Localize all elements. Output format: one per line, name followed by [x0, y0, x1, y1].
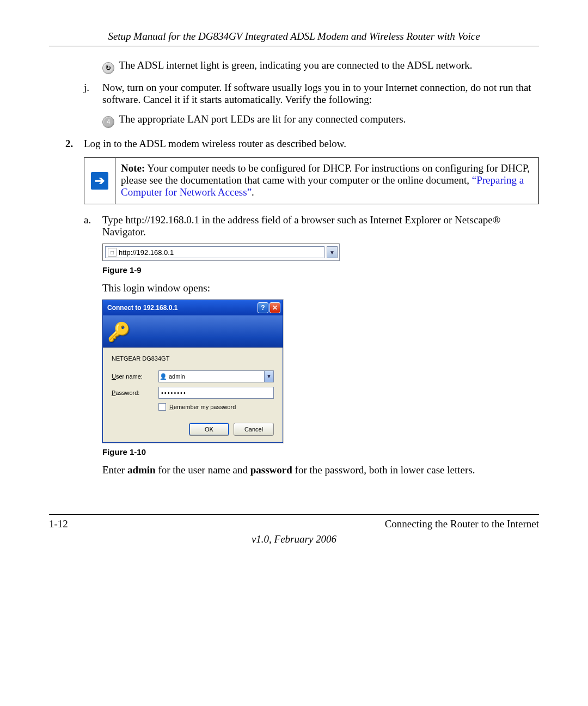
chevron-down-icon: ▼: [329, 249, 335, 255]
lan-led-text: The appropriate LAN port LEDs are lit fo…: [119, 113, 406, 125]
remember-checkbox[interactable]: [158, 403, 166, 411]
step-2-text: Log in to the ADSL modem wireless router…: [84, 138, 346, 150]
note-body: Note: Your computer needs to be configur…: [115, 158, 538, 204]
note-box: ➔ Note: Your computer needs to be config…: [84, 157, 539, 204]
username-combo[interactable]: 👤 admin ▼: [158, 370, 274, 382]
address-bar[interactable]: □ http://192.168.0.1 ▼: [102, 244, 340, 261]
address-inner: □ http://192.168.0.1: [105, 246, 324, 258]
note-icon-cell: ➔: [84, 158, 115, 204]
step-2-marker: 2.: [65, 138, 84, 150]
keys-icon: 🔑: [107, 321, 131, 343]
step-j-marker: j.: [84, 82, 102, 106]
password-label: Password:: [112, 389, 158, 396]
realm-text: NETGEAR DG834GT: [112, 355, 274, 362]
lan-led-item: 4 The appropriate LAN port LEDs are lit …: [102, 113, 539, 128]
dialog-titlebar: Connect to 192.168.0.1 ? ✕: [103, 300, 283, 315]
help-button[interactable]: ?: [258, 302, 268, 313]
internet-icon: ↻: [102, 62, 114, 74]
section-name: Connecting the Router to the Internet: [385, 518, 539, 530]
doc-version: v1.0, February 2006: [49, 533, 539, 545]
chevron-down-icon: ▼: [267, 374, 272, 379]
ok-button[interactable]: OK: [189, 423, 229, 436]
page-number: 1-12: [49, 518, 68, 530]
lan-badge-icon: 4: [102, 116, 114, 128]
close-icon: ✕: [272, 304, 278, 312]
figure-1-10-label: Figure 1-10: [102, 447, 539, 457]
login-window-opens-text: This login window opens:: [102, 282, 539, 294]
adsl-light-item: ↻ The ADSL internet light is green, indi…: [102, 59, 539, 74]
cancel-button[interactable]: Cancel: [234, 423, 274, 436]
step-j-text: Now, turn on your computer. If software …: [102, 82, 539, 106]
footer-rule: [49, 514, 539, 515]
step-a-marker: a.: [84, 214, 102, 238]
step-a-text: Type http://192.168.0.1 in the address f…: [102, 214, 539, 238]
user-icon: 👤: [159, 373, 168, 380]
note-text: Your computer needs to be configured for…: [121, 162, 530, 186]
page-icon: □: [108, 248, 117, 257]
username-label: User name:: [112, 373, 158, 380]
enter-credentials-text: Enter admin for the user name and passwo…: [102, 464, 539, 476]
close-button[interactable]: ✕: [270, 302, 280, 313]
login-dialog: Connect to 192.168.0.1 ? ✕ 🔑 NETGEAR DG8…: [102, 300, 283, 443]
figure-1-9-label: Figure 1-9: [102, 265, 539, 275]
dialog-title: Connect to 192.168.0.1: [107, 304, 177, 312]
adsl-light-text: The ADSL internet light is green, indica…: [119, 59, 472, 71]
username-value: admin: [168, 373, 264, 380]
header-rule: [49, 46, 539, 46]
arrow-right-icon: ➔: [91, 172, 108, 190]
username-dropdown-button[interactable]: ▼: [264, 371, 273, 382]
note-period: .: [252, 186, 254, 198]
password-input[interactable]: ••••••••: [158, 387, 274, 399]
remember-label: Remember my password: [169, 404, 236, 410]
dialog-banner: 🔑: [103, 315, 283, 348]
page-header-title: Setup Manual for the DG834GV Integrated …: [49, 31, 539, 42]
address-dropdown-button[interactable]: ▼: [327, 246, 338, 258]
note-label: Note:: [121, 162, 145, 174]
address-value: http://192.168.0.1: [119, 248, 174, 257]
